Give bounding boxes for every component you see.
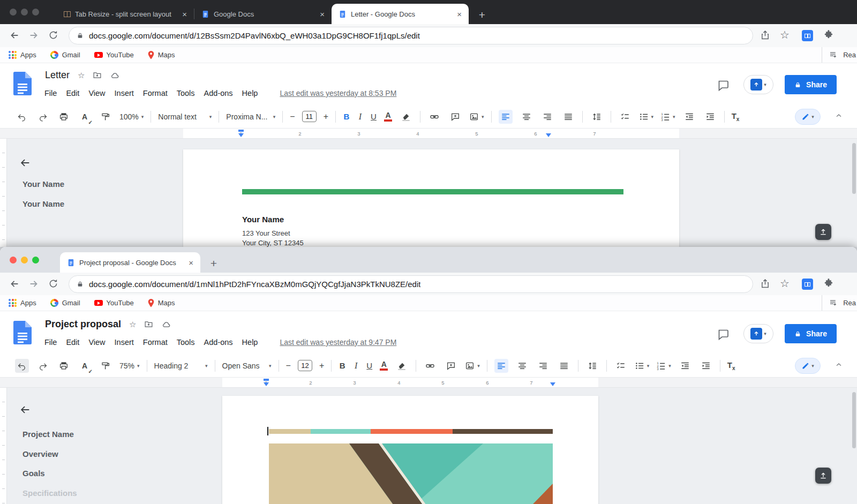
menu-addons[interactable]: Add-ons bbox=[204, 89, 233, 97]
back-button[interactable] bbox=[9, 29, 21, 42]
address-bar[interactable]: docs.google.com/document/d/1mNl1hPtD2hFY… bbox=[69, 275, 753, 293]
reload-button[interactable] bbox=[48, 278, 61, 291]
decrease-indent-button[interactable] bbox=[682, 110, 696, 124]
text-color-button[interactable]: A bbox=[384, 111, 392, 122]
increase-font-size-button[interactable]: + bbox=[324, 112, 328, 122]
tab-close-icon[interactable]: × bbox=[187, 258, 195, 267]
reload-button[interactable] bbox=[48, 29, 61, 42]
left-indent-marker[interactable] bbox=[238, 133, 244, 137]
right-indent-marker[interactable] bbox=[550, 382, 555, 386]
bookmark-maps[interactable]: Maps bbox=[148, 51, 175, 59]
menu-tools[interactable]: Tools bbox=[177, 338, 195, 347]
minimize-window-icon[interactable] bbox=[21, 9, 28, 16]
bookmark-star-icon[interactable]: ☆ bbox=[780, 28, 793, 41]
move-to-folder-icon[interactable] bbox=[144, 320, 153, 329]
tab-close-icon[interactable]: × bbox=[455, 10, 463, 19]
paint-format-button[interactable] bbox=[99, 359, 112, 373]
menu-help[interactable]: Help bbox=[242, 89, 258, 97]
first-line-indent-marker[interactable] bbox=[264, 379, 269, 381]
minimize-window-icon[interactable] bbox=[21, 257, 28, 264]
move-to-folder-icon[interactable] bbox=[93, 71, 102, 80]
zoom-window-icon[interactable] bbox=[32, 9, 39, 16]
undo-button[interactable] bbox=[15, 110, 29, 124]
extensions-puzzle-icon[interactable] bbox=[823, 29, 836, 42]
window-controls[interactable] bbox=[10, 9, 39, 16]
tab-resize-extension-icon[interactable] bbox=[802, 30, 813, 41]
paragraph-style-dropdown[interactable]: Normal text▾ bbox=[158, 112, 212, 121]
close-outline-arrow[interactable] bbox=[19, 157, 31, 171]
menu-edit[interactable]: Edit bbox=[66, 89, 79, 97]
menu-edit[interactable]: Edit bbox=[66, 338, 79, 347]
italic-button[interactable]: I bbox=[357, 112, 363, 122]
numbered-list-button[interactable]: 123▾ bbox=[656, 361, 671, 371]
checklist-button[interactable] bbox=[614, 359, 628, 373]
undo-button[interactable] bbox=[15, 359, 29, 373]
outline-item[interactable]: Your Name bbox=[22, 179, 64, 189]
add-comment-button[interactable] bbox=[444, 359, 458, 373]
open-comments-button[interactable] bbox=[717, 79, 730, 92]
align-center-button[interactable] bbox=[515, 359, 529, 373]
align-right-button[interactable] bbox=[536, 359, 550, 373]
bold-button[interactable]: B bbox=[343, 112, 350, 121]
share-page-icon[interactable] bbox=[760, 29, 772, 42]
tab-project-proposal-active[interactable]: Project proposal - Google Docs × bbox=[60, 252, 200, 273]
outline-item[interactable]: Overview bbox=[22, 449, 58, 458]
numbered-list-button[interactable]: 123▾ bbox=[660, 112, 675, 122]
align-left-button[interactable] bbox=[494, 359, 508, 373]
right-indent-marker[interactable] bbox=[546, 133, 551, 137]
document-title[interactable]: Project proposal bbox=[45, 319, 121, 330]
bookmark-star-icon[interactable]: ☆ bbox=[780, 277, 793, 290]
bookmark-gmail[interactable]: Gmail bbox=[50, 51, 80, 59]
tab-google-docs[interactable]: Google Docs × bbox=[194, 4, 332, 24]
align-right-button[interactable] bbox=[540, 110, 554, 124]
clear-formatting-button[interactable]: Tx bbox=[732, 111, 740, 122]
menu-format[interactable]: Format bbox=[143, 89, 168, 97]
last-edit-link[interactable]: Last edit was yesterday at 8:53 PM bbox=[280, 89, 396, 97]
font-size-field[interactable]: 12 bbox=[298, 360, 312, 371]
tab-tab-resize[interactable]: Tab Resize - split screen layout × bbox=[57, 4, 194, 24]
paragraph-style-dropdown[interactable]: Heading 2▾ bbox=[154, 362, 208, 370]
zoom-window-icon[interactable] bbox=[32, 257, 39, 264]
redo-button[interactable] bbox=[36, 110, 50, 124]
text-color-button[interactable]: A bbox=[380, 360, 388, 371]
menu-view[interactable]: View bbox=[88, 338, 105, 347]
document-status-cloud-icon[interactable] bbox=[110, 71, 119, 80]
underline-button[interactable]: U bbox=[370, 112, 377, 121]
bookmark-gmail[interactable]: Gmail bbox=[50, 299, 80, 307]
bookmark-maps[interactable]: Maps bbox=[148, 299, 175, 307]
window-controls[interactable] bbox=[10, 257, 39, 264]
star-document-icon[interactable]: ☆ bbox=[78, 71, 85, 80]
menu-view[interactable]: View bbox=[88, 89, 105, 97]
increase-indent-button[interactable] bbox=[699, 359, 713, 373]
bookmark-youtube[interactable]: YouTube bbox=[94, 51, 134, 59]
outline-item[interactable]: Specifications bbox=[22, 488, 77, 498]
new-tab-button[interactable]: + bbox=[206, 254, 222, 273]
menu-format[interactable]: Format bbox=[143, 338, 168, 347]
font-dropdown[interactable]: Proxima N...▾ bbox=[226, 112, 275, 121]
forward-button[interactable] bbox=[28, 278, 41, 291]
share-button[interactable]: Share bbox=[785, 75, 837, 94]
editing-mode-button[interactable]: ▾ bbox=[795, 358, 821, 374]
tab-close-icon[interactable]: × bbox=[181, 10, 189, 19]
font-size-field[interactable]: 11 bbox=[302, 111, 317, 122]
outline-item[interactable]: Goals bbox=[22, 469, 45, 478]
decrease-font-size-button[interactable]: − bbox=[286, 361, 291, 371]
share-page-icon[interactable] bbox=[760, 278, 772, 291]
bookmark-apps[interactable]: Apps bbox=[9, 299, 36, 307]
highlight-color-button[interactable] bbox=[399, 110, 413, 124]
paint-format-button[interactable] bbox=[99, 110, 112, 124]
redo-button[interactable] bbox=[36, 359, 50, 373]
outline-item[interactable]: Your Name bbox=[22, 199, 64, 208]
bookmark-apps[interactable]: Apps bbox=[9, 51, 36, 59]
geometric-cover-image[interactable] bbox=[269, 443, 553, 504]
tab-close-icon[interactable]: × bbox=[318, 10, 326, 19]
bulleted-list-button[interactable]: ▾ bbox=[639, 112, 654, 122]
hide-menus-button[interactable] bbox=[835, 360, 843, 371]
document-title[interactable]: Letter bbox=[45, 70, 70, 81]
zoom-dropdown[interactable]: 75%▾ bbox=[119, 362, 140, 370]
decrease-font-size-button[interactable]: − bbox=[290, 112, 295, 122]
editing-mode-button[interactable]: ▾ bbox=[795, 109, 821, 125]
document-status-cloud-icon[interactable] bbox=[161, 320, 171, 329]
highlight-color-button[interactable] bbox=[395, 359, 409, 373]
line-spacing-button[interactable] bbox=[590, 110, 604, 124]
